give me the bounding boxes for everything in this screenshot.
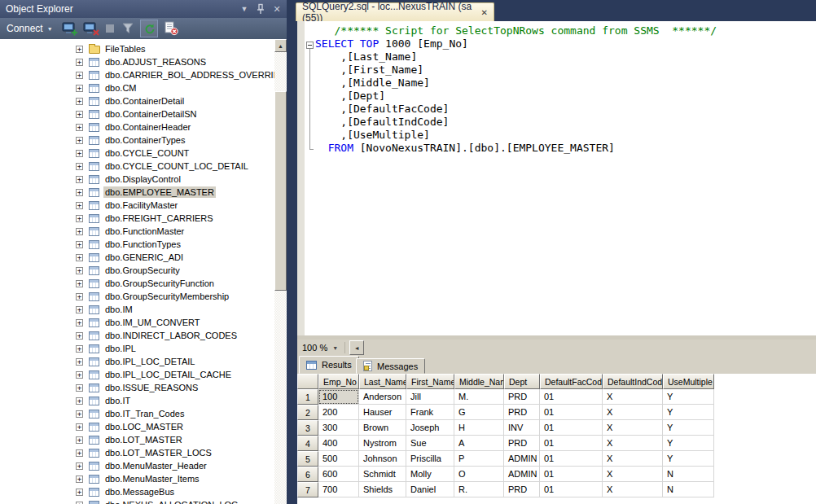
expand-plus-icon[interactable]: + — [76, 345, 83, 353]
tree-item[interactable]: +dbo.GENERIC_ADI — [0, 251, 274, 264]
grid-cell[interactable]: Joseph — [406, 420, 454, 436]
disable-script-icon[interactable] — [163, 20, 179, 37]
grid-cell[interactable]: ADMIN — [504, 467, 540, 482]
expand-plus-icon[interactable]: + — [76, 137, 83, 144]
grid-cell[interactable]: H — [454, 420, 504, 436]
expand-plus-icon[interactable]: + — [76, 358, 83, 366]
grid-cell[interactable]: Schmidt — [359, 467, 406, 482]
expand-plus-icon[interactable]: + — [76, 384, 83, 392]
grid-cell[interactable]: Johnson — [359, 451, 406, 467]
expand-plus-icon[interactable]: + — [76, 332, 83, 340]
tree-item[interactable]: +dbo.IPL_LOC_DETAIL_CACHE — [0, 368, 274, 381]
row-header[interactable]: 5 — [297, 451, 318, 467]
expand-plus-icon[interactable]: + — [76, 59, 83, 66]
tree-item[interactable]: +dbo.MenuMaster_Header — [0, 459, 274, 472]
grid-cell[interactable]: X — [603, 405, 663, 420]
expand-plus-icon[interactable]: + — [76, 423, 83, 431]
tree-item[interactable]: +dbo.ContainerHeader — [0, 121, 274, 134]
tree-scrollbar[interactable]: ▲ — [274, 39, 287, 504]
tree-item[interactable]: +dbo.CARRIER_BOL_ADDRESS_OVERRIDES — [0, 68, 274, 81]
filter-icon[interactable] — [121, 20, 135, 37]
expand-plus-icon[interactable]: + — [76, 163, 83, 170]
grid-cell[interactable]: Sue — [406, 436, 454, 451]
expand-plus-icon[interactable]: + — [76, 397, 83, 405]
tree-item[interactable]: +dbo.CYCLE_COUNT — [0, 147, 274, 160]
connect-button[interactable]: Connect ▼ — [0, 20, 59, 37]
grid-cell[interactable]: 01 — [540, 482, 603, 497]
tree-item[interactable]: +dbo.IM_UM_CONVERT — [0, 316, 274, 329]
tree-item[interactable]: +dbo.MenuMaster_Items — [0, 472, 274, 485]
grid-cell[interactable]: 400 — [318, 436, 359, 451]
grid-cell[interactable]: X — [603, 436, 663, 451]
expand-plus-icon[interactable]: + — [76, 241, 83, 248]
tree-item[interactable]: +dbo.ADJUST_REASONS — [0, 55, 274, 68]
grid-cell[interactable]: Y — [663, 436, 714, 451]
scrollbar-thumb[interactable] — [274, 91, 287, 291]
grid-cell[interactable]: N — [663, 467, 714, 482]
expand-plus-icon[interactable]: + — [76, 85, 83, 92]
expand-plus-icon[interactable]: + — [76, 476, 83, 483]
grid-cell[interactable]: ADMIN — [504, 451, 540, 467]
row-header[interactable]: 7 — [297, 482, 318, 497]
expand-plus-icon[interactable]: + — [76, 502, 83, 504]
grid-cell[interactable]: P — [454, 451, 504, 467]
grid-cell[interactable]: PRD — [504, 389, 540, 405]
grid-corner-cell[interactable] — [297, 374, 318, 389]
tree-item[interactable]: +dbo.ISSUE_REASONS — [0, 381, 274, 394]
code-fold-collapse-icon[interactable] — [306, 42, 314, 49]
expand-plus-icon[interactable]: + — [76, 462, 83, 470]
expand-plus-icon[interactable]: + — [76, 436, 83, 444]
column-header[interactable]: Middle_Name — [454, 374, 504, 389]
expand-plus-icon[interactable]: + — [76, 111, 83, 118]
grid-cell[interactable]: N — [663, 482, 714, 497]
tab-results[interactable]: Results — [299, 356, 359, 374]
column-header[interactable]: Emp_No — [318, 374, 359, 389]
grid-cell[interactable]: Priscilla — [406, 451, 454, 467]
grid-cell[interactable]: 01 — [540, 389, 603, 405]
grid-cell[interactable]: Shields — [359, 482, 406, 497]
grid-cell[interactable]: 700 — [318, 482, 359, 497]
hscroll-left-icon[interactable]: ◄ — [349, 340, 364, 355]
expand-plus-icon[interactable]: + — [76, 150, 83, 157]
column-header[interactable]: First_Name — [406, 374, 454, 389]
column-header[interactable]: DefaultIndCode — [603, 374, 663, 389]
column-header[interactable]: Last_Name — [359, 374, 406, 389]
zoom-level[interactable]: 100 % — [297, 343, 327, 353]
grid-cell[interactable]: PRD — [504, 482, 540, 497]
tree-item[interactable]: +dbo.IT — [0, 394, 274, 407]
tree-item[interactable]: +dbo.ContainerDetail — [0, 94, 274, 107]
expand-plus-icon[interactable]: + — [76, 371, 83, 379]
grid-cell[interactable]: R. — [454, 482, 504, 497]
grid-cell[interactable]: 01 — [540, 436, 603, 451]
tree-item[interactable]: +dbo.DisplayControl — [0, 173, 274, 186]
grid-cell[interactable]: Frank — [406, 405, 454, 420]
grid-cell[interactable]: X — [603, 420, 663, 436]
expand-plus-icon[interactable]: + — [76, 215, 83, 222]
grid-cell[interactable]: 01 — [540, 451, 603, 467]
row-header[interactable]: 6 — [297, 467, 318, 482]
tree-item[interactable]: +dbo.EMPLOYEE_MASTER — [0, 186, 274, 199]
tree-item[interactable]: +dbo.LOT_MASTER — [0, 433, 274, 446]
tree-item[interactable]: +dbo.LOC_MASTER — [0, 420, 274, 433]
tree-item[interactable]: +dbo.CM — [0, 81, 274, 94]
expand-plus-icon[interactable]: + — [76, 124, 83, 131]
tree-item[interactable]: +dbo.FacilityMaster — [0, 199, 274, 212]
expand-plus-icon[interactable]: + — [76, 319, 83, 327]
grid-cell[interactable]: Y — [663, 405, 714, 420]
tree-item[interactable]: +dbo.LOT_MASTER_LOCS — [0, 446, 274, 459]
row-header[interactable]: 2 — [297, 405, 318, 420]
grid-cell[interactable]: 500 — [318, 451, 359, 467]
tab-close-icon[interactable]: ✕ — [473, 8, 488, 17]
tree-item[interactable]: +dbo.GroupSecurityMembership — [0, 290, 274, 303]
column-header[interactable]: DefaultFacCode — [540, 374, 603, 389]
column-header[interactable]: Dept — [504, 374, 540, 389]
grid-cell[interactable]: 01 — [540, 405, 603, 420]
grid-cell[interactable]: PRD — [504, 436, 540, 451]
expand-plus-icon[interactable]: + — [76, 449, 83, 457]
tree-item[interactable]: +dbo.IM — [0, 303, 274, 316]
grid-cell[interactable]: 300 — [318, 420, 359, 436]
grid-cell[interactable]: 600 — [318, 467, 359, 482]
grid-cell[interactable]: PRD — [504, 405, 540, 420]
grid-cell[interactable]: Jill — [406, 389, 454, 405]
grid-cell[interactable]: X — [603, 389, 663, 405]
